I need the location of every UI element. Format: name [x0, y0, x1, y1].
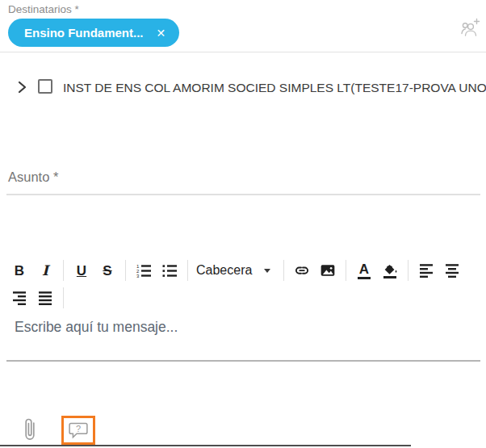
ordered-list-button[interactable]: 1 2 3: [133, 260, 154, 281]
toolbar-separator: [63, 260, 64, 281]
toolbar-separator: [283, 260, 284, 281]
bold-icon: B: [15, 264, 24, 278]
bullet-list-icon: [161, 262, 178, 278]
panel-bottom-border: [0, 445, 411, 446]
insert-link-button[interactable]: [291, 260, 312, 281]
section-divider: [0, 52, 486, 52]
align-right-icon: [11, 290, 27, 306]
add-person-icon[interactable]: [455, 16, 481, 39]
align-right-button[interactable]: [9, 287, 30, 308]
subject-input[interactable]: [6, 173, 480, 195]
toolbar-row-1: B I U S 1 2 3: [6, 257, 483, 284]
recipients-label: Destinatarios *: [8, 3, 79, 15]
strikethrough-icon: S: [103, 264, 111, 278]
toolbar-separator: [346, 260, 346, 281]
help-button[interactable]: ?: [68, 421, 89, 440]
text-color-bar: [358, 277, 371, 279]
text-color-icon: A: [359, 262, 369, 276]
align-center-icon: [444, 262, 460, 278]
align-left-button[interactable]: [416, 260, 437, 281]
recipient-checkbox[interactable]: [38, 79, 52, 94]
insert-image-button[interactable]: [317, 260, 338, 281]
attach-file-button[interactable]: [23, 417, 37, 446]
text-color-button[interactable]: A: [354, 260, 375, 281]
toolbar-separator: [187, 260, 188, 281]
toolbar-separator: [125, 260, 126, 281]
chip-close-icon[interactable]: ✕: [157, 27, 166, 39]
message-editor[interactable]: Escribe aquí tu mensaje...: [6, 312, 480, 362]
align-justify-icon: [37, 290, 53, 306]
chevron-right-icon[interactable]: [16, 81, 27, 97]
align-justify-button[interactable]: [35, 287, 56, 308]
paperclip-icon: [23, 417, 37, 442]
recipient-tree-label: INST DE ENS COL AMORIM SOCIED SIMPLES LT…: [63, 81, 486, 95]
italic-icon: I: [42, 264, 48, 278]
image-icon: [320, 262, 336, 278]
toolbar-separator: [63, 287, 64, 308]
chevron-down-icon: [264, 269, 270, 273]
align-center-button[interactable]: [442, 260, 463, 281]
background-color-button[interactable]: [379, 260, 400, 281]
recipient-chip[interactable]: Ensino Fundament... ✕: [8, 19, 179, 47]
bullet-list-button[interactable]: [159, 260, 180, 281]
strikethrough-button[interactable]: S: [97, 260, 118, 281]
underline-button[interactable]: U: [71, 260, 92, 281]
paint-bucket-icon: [382, 262, 398, 275]
header-style-label: Cabecera: [196, 263, 252, 278]
help-speech-bubble-icon: ?: [68, 421, 89, 440]
ordered-list-icon: 1 2 3: [136, 262, 152, 278]
toolbar-separator: [408, 260, 408, 281]
help-button-highlight: ?: [61, 416, 95, 445]
align-left-icon: [418, 262, 434, 278]
background-color-bar: [383, 276, 396, 278]
recipient-chip-label: Ensino Fundament...: [24, 26, 144, 40]
compose-message-panel: Destinatarios * Ensino Fundament... ✕ IN…: [0, 0, 486, 448]
message-placeholder: Escribe aquí tu mensaje...: [15, 319, 178, 336]
toolbar-row-2: [6, 284, 483, 312]
svg-text:3: 3: [136, 274, 140, 278]
header-style-dropdown[interactable]: Cabecera: [196, 259, 275, 282]
recipient-tree-row[interactable]: INST DE ENS COL AMORIM SOCIED SIMPLES LT…: [0, 77, 486, 102]
svg-text:?: ?: [76, 423, 81, 433]
editor-toolbar: B I U S 1 2 3: [6, 257, 483, 312]
underline-icon: U: [77, 264, 86, 278]
bold-button[interactable]: B: [9, 260, 30, 281]
italic-button[interactable]: I: [35, 260, 56, 281]
link-icon: [293, 262, 311, 279]
